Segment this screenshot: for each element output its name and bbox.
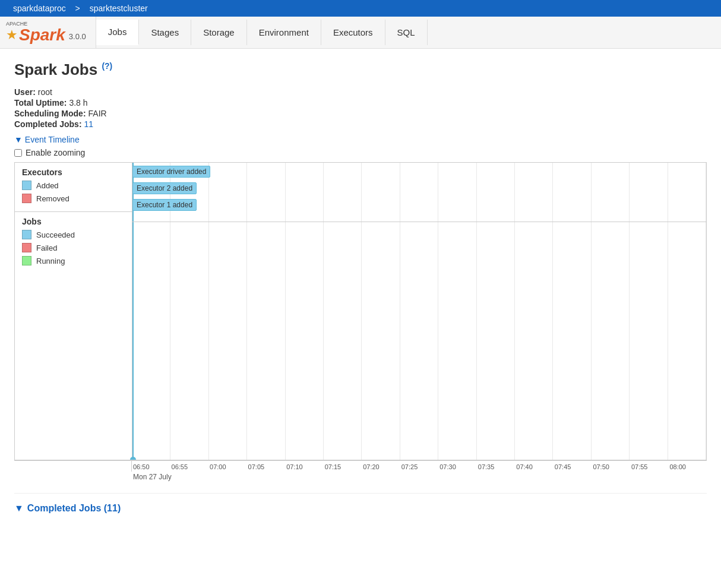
legend-removed: Removed xyxy=(22,194,125,203)
completed-jobs-link[interactable]: 11 xyxy=(84,119,94,129)
grid-col-13 xyxy=(630,163,668,222)
scheduling-value: FAIR xyxy=(88,109,107,118)
completed-jobs-label: Completed Jobs (11) xyxy=(27,503,121,514)
nav-tabs: JobsStagesStorageEnvironmentExecutorsSQL xyxy=(96,20,428,45)
navbar: APACHE ★ Spark 3.0.0 JobsStagesStorageEn… xyxy=(0,17,721,49)
time-label-4: 07:10 xyxy=(285,463,324,470)
user-label: User: xyxy=(14,87,36,97)
time-label-9: 07:35 xyxy=(477,463,516,470)
grid-col-8 xyxy=(438,222,476,460)
legend-running: Running xyxy=(22,256,125,265)
nav-tab-executors[interactable]: Executors xyxy=(321,20,385,45)
grid-col-12 xyxy=(592,222,630,460)
executor-badge-0[interactable]: Executor driver added xyxy=(132,166,210,178)
breadcrumb-cluster[interactable]: sparkdataproc xyxy=(13,4,66,13)
scheduling-label: Scheduling Mode: xyxy=(14,109,86,118)
grid-col-10 xyxy=(515,163,553,222)
succeeded-color-box xyxy=(22,230,31,239)
timeline-legend: Executors Added Removed Jobs Succeeded xyxy=(15,163,132,460)
nav-tab-sql[interactable]: SQL xyxy=(385,20,428,45)
completed-label: Completed Jobs: xyxy=(14,119,82,129)
main-content: Spark Jobs (?) User: root Total Uptime: … xyxy=(0,49,721,526)
grid-col-0 xyxy=(132,222,170,460)
nav-tab-storage[interactable]: Storage xyxy=(191,20,247,45)
grid-col-14 xyxy=(668,222,706,460)
grid-col-5 xyxy=(324,163,362,222)
uptime-label: Total Uptime: xyxy=(14,98,67,108)
jobs-vline xyxy=(132,222,134,460)
succeeded-label: Succeeded xyxy=(36,230,75,239)
legend-jobs: Jobs Succeeded Failed Running xyxy=(15,212,132,274)
event-timeline-toggle[interactable]: ▼ Event Timeline xyxy=(14,135,707,144)
added-label: Added xyxy=(36,181,59,190)
grid-col-9 xyxy=(477,163,515,222)
time-label-1: 06:55 xyxy=(170,463,209,470)
executors-legend-title: Executors xyxy=(22,167,125,177)
timeline-chart: Executor driver addedExecutor 2 addedExe… xyxy=(132,163,706,460)
grid-col-10 xyxy=(515,222,553,460)
time-label-7: 07:25 xyxy=(400,463,439,470)
removed-label: Removed xyxy=(36,194,69,203)
timeline-arrow-icon: ▼ xyxy=(14,135,23,144)
removed-color-box xyxy=(22,194,31,203)
time-label-12: 07:50 xyxy=(592,463,630,470)
grid-col-2 xyxy=(209,163,247,222)
running-label: Running xyxy=(36,257,65,265)
grid-col-5 xyxy=(324,222,362,460)
completed-jobs-toggle[interactable]: ▼ Completed Jobs (11) xyxy=(14,493,707,514)
legend-added: Added xyxy=(22,181,125,190)
uptime-value: 3.8 h xyxy=(69,98,87,108)
time-label-0: 06:50 xyxy=(132,463,170,470)
logo-version: 3.0.0 xyxy=(69,32,86,43)
executor-chart: Executor driver addedExecutor 2 addedExe… xyxy=(132,163,706,222)
legend-succeeded: Succeeded xyxy=(22,230,125,239)
legend-executors: Executors Added Removed xyxy=(15,163,132,212)
grid-col-8 xyxy=(438,163,476,222)
grid-col-1 xyxy=(170,222,208,460)
grid-col-14 xyxy=(668,163,706,222)
spark-star-icon: ★ xyxy=(6,27,18,43)
grid-col-9 xyxy=(477,222,515,460)
breadcrumb-node[interactable]: sparktestcluster xyxy=(90,4,148,13)
grid-col-3 xyxy=(247,222,285,460)
enable-zoom-label: Enable zooming xyxy=(26,148,85,157)
user-value: root xyxy=(38,87,52,97)
grid-col-7 xyxy=(400,222,438,460)
grid-col-6 xyxy=(362,163,400,222)
running-color-box xyxy=(22,256,31,265)
enable-zoom-row: Enable zooming xyxy=(14,148,707,157)
logo-spark-text: Spark xyxy=(19,27,65,43)
failed-color-box xyxy=(22,243,31,252)
grid-col-11 xyxy=(553,163,591,222)
logo-area: APACHE ★ Spark 3.0.0 xyxy=(6,17,96,48)
jobs-legend-title: Jobs xyxy=(22,217,125,226)
page-title: Spark Jobs (?) xyxy=(14,61,707,79)
time-label-2: 07:00 xyxy=(208,463,247,470)
help-icon[interactable]: (?) xyxy=(102,61,112,71)
grid-col-13 xyxy=(630,222,668,460)
grid-col-11 xyxy=(553,222,591,460)
event-timeline-label: Event Timeline xyxy=(25,135,80,144)
executor-badge-1[interactable]: Executor 2 added xyxy=(132,182,197,194)
grid-col-12 xyxy=(592,163,630,222)
time-labels: 06:5006:5507:0007:0507:1007:1507:2007:25… xyxy=(132,461,707,472)
info-table: User: root Total Uptime: 3.8 h Schedulin… xyxy=(14,87,707,129)
breadcrumb-bar: sparkdataproc > sparktestcluster xyxy=(0,0,721,17)
failed-label: Failed xyxy=(36,244,57,252)
time-label-14: 08:00 xyxy=(668,463,707,470)
executor-badge-2[interactable]: Executor 1 added xyxy=(132,199,197,211)
grid-col-4 xyxy=(286,222,324,460)
nav-tab-stages[interactable]: Stages xyxy=(139,20,191,45)
enable-zoom-checkbox[interactable] xyxy=(14,149,22,157)
nav-tab-jobs[interactable]: Jobs xyxy=(96,20,140,45)
breadcrumb-separator: > xyxy=(75,4,80,13)
grid-col-3 xyxy=(247,163,285,222)
grid-col-7 xyxy=(400,163,438,222)
time-label-5: 07:15 xyxy=(324,463,362,470)
date-label: Mon 27 July xyxy=(14,472,707,481)
time-label-8: 07:30 xyxy=(438,463,477,470)
timeline-container: Executors Added Removed Jobs Succeeded xyxy=(14,162,707,460)
time-label-3: 07:05 xyxy=(247,463,286,470)
grid-col-6 xyxy=(362,222,400,460)
nav-tab-environment[interactable]: Environment xyxy=(247,20,321,45)
